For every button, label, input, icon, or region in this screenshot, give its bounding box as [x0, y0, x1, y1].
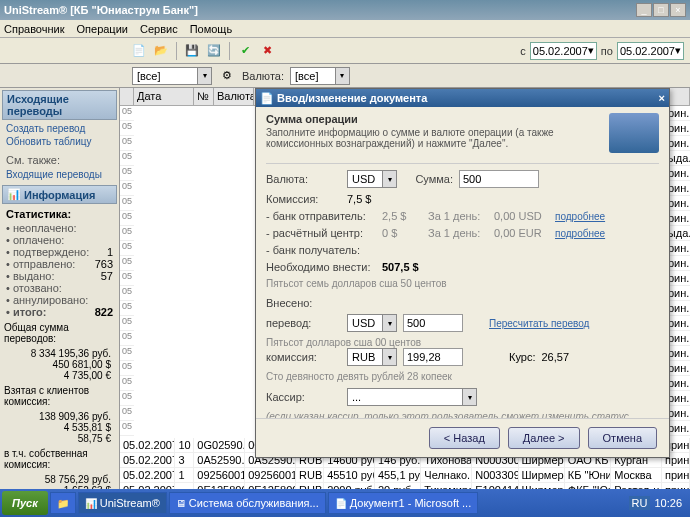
date-to-input[interactable]: 05.02.2007 ▾ [617, 42, 684, 60]
date-to-label: по [601, 45, 613, 57]
tray-time: 10:26 [654, 497, 682, 509]
check-icon[interactable]: ✔ [236, 42, 254, 60]
task-system[interactable]: 🖥 Система обслуживания... [169, 492, 326, 514]
refresh-icon[interactable]: 🔄 [205, 42, 223, 60]
dialog-titlebar: 📄 Ввод/изменение документа × [256, 89, 669, 107]
info-header: 📊 Информация [2, 185, 117, 204]
open-icon[interactable]: 📂 [152, 42, 170, 60]
more-link-2[interactable]: подробнее [555, 228, 605, 239]
sum-input[interactable] [459, 170, 539, 188]
taskbar: Пуск 📁 📊 UniStream® 🖥 Система обслуживан… [0, 489, 690, 517]
currency-select[interactable]: USD▾ [347, 170, 397, 188]
minimize-button[interactable]: _ [636, 3, 652, 17]
dialog-close-icon[interactable]: × [659, 92, 665, 104]
window-titlebar: UniStream® [КБ "Юниаструм Банк"] _ □ × [0, 0, 690, 20]
maximize-button[interactable]: □ [653, 3, 669, 17]
filter-bar: [все]▾ ⚙ Валюта: [все]▾ [0, 64, 690, 88]
total-sum-label: Общая сумма переводов: [2, 318, 117, 348]
comm-amount-input[interactable] [403, 348, 463, 366]
incoming-link[interactable]: Входящие переводы [2, 168, 117, 181]
client-fee-label: Взятая с клиентов комиссия: [2, 381, 117, 411]
task-unistream[interactable]: 📊 UniStream® [78, 492, 167, 514]
table-row[interactable]: 05.02.200710925600109256001RUB45510 руб.… [120, 468, 690, 483]
filter-icon[interactable]: ⚙ [218, 67, 236, 85]
currency-label: Валюта: [242, 70, 284, 82]
filter-all-combo[interactable]: [все]▾ [132, 67, 212, 85]
book-icon [609, 113, 659, 153]
stats-label: Статистика: [2, 206, 117, 222]
task-word[interactable]: 📄 Документ1 - Microsoft ... [328, 492, 479, 514]
next-button[interactable]: Далее > [508, 427, 580, 449]
menu-service[interactable]: Сервис [140, 23, 178, 35]
outgoing-header: Исходящие переводы [2, 90, 117, 120]
cancel-button[interactable]: Отмена [588, 427, 657, 449]
more-link-1[interactable]: подробнее [555, 211, 605, 222]
currency-combo[interactable]: [все]▾ [290, 67, 350, 85]
cashier-select[interactable]: ...▾ [347, 388, 477, 406]
menu-operations[interactable]: Операции [77, 23, 128, 35]
transfer-cur-select[interactable]: USD▾ [347, 314, 397, 332]
comm-cur-select[interactable]: RUB▾ [347, 348, 397, 366]
date-from-label: с [520, 45, 526, 57]
new-icon[interactable]: 📄 [130, 42, 148, 60]
dialog-heading: Сумма операции [266, 113, 601, 125]
menubar: Справочник Операции Сервис Помощь [0, 20, 690, 38]
delete-icon[interactable]: ✖ [258, 42, 276, 60]
sidebar: Исходящие переводы Создать перевод Обнов… [0, 88, 120, 498]
start-button[interactable]: Пуск [2, 491, 48, 515]
window-title: UniStream® [КБ "Юниаструм Банк"] [4, 4, 198, 16]
recalc-link[interactable]: Пересчитать перевод [489, 318, 589, 329]
close-button[interactable]: × [670, 3, 686, 17]
grid-area: Дата № Валюта Сумма Комиссия ID клиента … [120, 88, 690, 498]
task-qlaunch[interactable]: 📁 [50, 492, 76, 514]
dialog-hint: Заполните информацию о сумме и валюте оп… [266, 127, 601, 149]
own-fee-label: в т.ч. собственная комиссия: [2, 444, 117, 474]
document-dialog: 📄 Ввод/изменение документа × Сумма опера… [255, 88, 670, 458]
toolbar: 📄 📂 💾 🔄 ✔ ✖ с 05.02.2007 ▾ по 05.02.2007… [0, 38, 690, 64]
tray-lang[interactable]: RU [629, 496, 651, 510]
refresh-table-link[interactable]: Обновить таблицу [2, 135, 117, 148]
date-from-input[interactable]: 05.02.2007 ▾ [530, 42, 597, 60]
transfer-amount-input[interactable] [403, 314, 463, 332]
menu-help[interactable]: Помощь [190, 23, 233, 35]
create-transfer-link[interactable]: Создать перевод [2, 122, 117, 135]
see-also-label: См. также: [2, 152, 117, 168]
back-button[interactable]: < Назад [429, 427, 500, 449]
menu-spravochnik[interactable]: Справочник [4, 23, 65, 35]
save-icon[interactable]: 💾 [183, 42, 201, 60]
